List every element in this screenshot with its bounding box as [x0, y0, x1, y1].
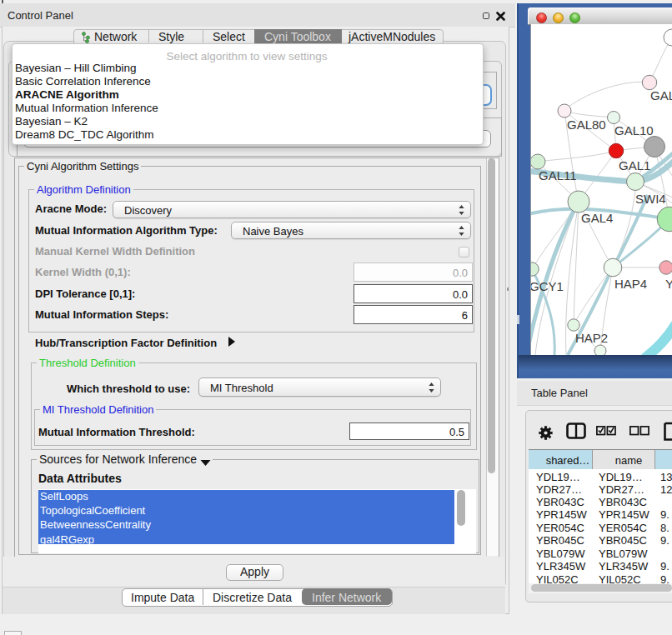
svg-text:SWI4: SWI4: [635, 192, 666, 206]
svg-text:GAL80: GAL80: [567, 118, 606, 132]
svg-text:GAL4: GAL4: [581, 211, 613, 225]
svg-text:GAL11: GAL11: [539, 168, 577, 182]
svg-text:GCY1: GCY1: [531, 279, 564, 293]
svg-text:Y: Y: [665, 277, 672, 291]
svg-text:HAP2: HAP2: [575, 331, 608, 345]
svg-text:HAP4: HAP4: [614, 277, 647, 291]
svg-text:GAL2: GAL2: [650, 88, 672, 102]
svg-text:GAL10: GAL10: [614, 123, 654, 138]
svg-text:GAL1: GAL1: [619, 158, 650, 172]
